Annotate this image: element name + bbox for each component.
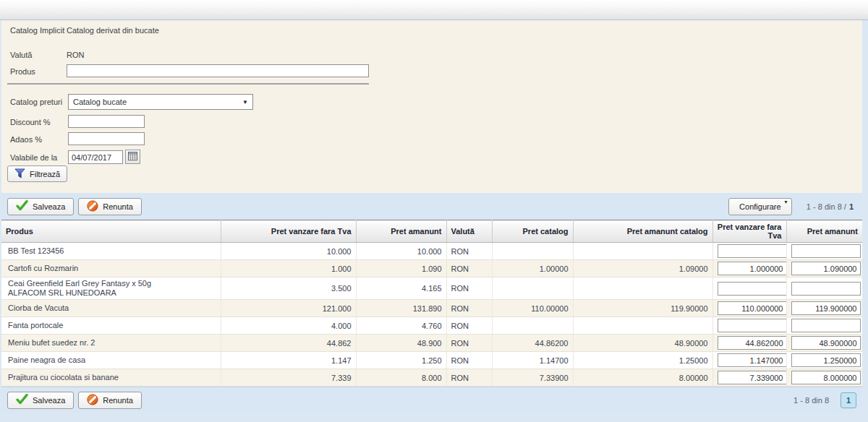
catalog-preturi-select[interactable]: Catalog bucate ▼ [68, 94, 253, 110]
filter-form-panel: Catalog Implicit Catalog derivat din buc… [1, 20, 862, 193]
price-grid: ProdusPret vanzare fara TvaPret amanuntV… [1, 220, 862, 387]
cancel-icon [87, 200, 98, 213]
window-content: Catalog Implicit Catalog derivat din buc… [1, 20, 862, 413]
column-header-produs[interactable]: Produs [1, 220, 221, 243]
filtreaza-button[interactable]: Filtrează [7, 165, 67, 182]
salveaza-button-top[interactable]: Salveaza [7, 198, 74, 215]
pret-amanunt-cell: 10.000 [356, 243, 446, 260]
edit-pret-amanunt-input[interactable] [791, 244, 861, 258]
price-catalog-window: Catalog Implicit Catalog derivat din buc… [0, 0, 868, 422]
edit-pret-vanzare-input[interactable] [718, 319, 787, 332]
edit-pret-vanzare-cell [712, 243, 786, 260]
catalog-implicit-label: Catalog Implicit [10, 25, 65, 36]
valabile-de-la-input[interactable] [68, 150, 123, 164]
page-number-button[interactable]: 1 [841, 392, 856, 408]
adaos-input[interactable] [68, 132, 145, 145]
table-row: Ciorba de Vacuta121.000131.890RON110.000… [1, 300, 862, 317]
edit-pret-amanunt-cell [786, 277, 862, 300]
pret-catalog-cell [492, 317, 573, 335]
edit-pret-amanunt-cell [786, 369, 862, 387]
column-header-pret-catalog[interactable]: Pret catalog [492, 220, 573, 243]
edit-pret-amanunt-input[interactable] [791, 282, 861, 296]
valuta-cell: RON [446, 352, 492, 369]
column-header-pret-vanzare-fara-tva[interactable]: Pret vanzare fara Tva [221, 220, 356, 243]
edit-pret-amanunt-input[interactable] [791, 262, 861, 275]
table-row: BB Test 12345610.00010.000RON [1, 243, 862, 260]
pret-vanzare-cell: 44.862 [221, 335, 356, 352]
valuta-label: Valută [10, 50, 65, 61]
table-row: Meniu bufet suedez nr. 244.86248.900RON4… [1, 335, 862, 352]
renunta-button-top[interactable]: Renunta [78, 198, 142, 215]
produs-cell: BB Test 123456 [1, 243, 221, 260]
product-name: Ceai Greenfield Earl Grey Fantasy x 50g [8, 279, 216, 288]
edit-pret-vanzare-cell [712, 260, 786, 277]
edit-pret-vanzare-cell [712, 277, 786, 300]
renunta-button-bottom[interactable]: Renunta [78, 392, 142, 409]
product-name: Meniu bufet suedez nr. 2 [8, 338, 216, 348]
pagination-range-top: 1 - 8 din 8 / [807, 202, 846, 211]
column-header-pret-amanunt-catalog[interactable]: Pret amanunt catalog [573, 220, 712, 243]
column-header-pret-amanunt[interactable]: Pret amanunt [786, 220, 862, 243]
pagination-summary-top: 1 - 8 din 8 /1 [807, 202, 854, 211]
column-header-valut-[interactable]: Valută [446, 220, 492, 243]
pret-vanzare-cell: 1.147 [221, 352, 356, 369]
edit-pret-vanzare-input[interactable] [718, 336, 787, 350]
price-table: ProdusPret vanzare fara TvaPret amanuntV… [1, 220, 862, 387]
configurare-button[interactable]: Configurare ▼ [728, 198, 792, 215]
edit-pret-vanzare-cell [712, 335, 786, 352]
product-name: Cartofi cu Rozmarin [8, 264, 216, 273]
edit-pret-vanzare-input[interactable] [718, 353, 787, 367]
edit-pret-vanzare-input[interactable] [718, 282, 787, 296]
edit-pret-vanzare-input[interactable] [718, 301, 787, 315]
pret-catalog-cell: 44.86200 [492, 335, 573, 352]
pret-catalog-cell: 7.33900 [492, 369, 573, 387]
table-row: Fanta portocale4.0004.760RON [1, 317, 862, 335]
salveaza-button-bottom[interactable]: Salveaza [7, 392, 74, 409]
pret-catalog-cell: 1.00000 [492, 260, 573, 277]
edit-pret-amanunt-input[interactable] [791, 353, 861, 367]
edit-pret-amanunt-input[interactable] [791, 301, 861, 315]
product-supplier: ALFACOM SRL HUNEDOARA [8, 288, 216, 298]
pret-vanzare-cell: 10.000 [221, 243, 356, 260]
salveaza-button-label: Salveaza [33, 202, 65, 211]
filter-funnel-icon [14, 168, 25, 180]
edit-pret-vanzare-input[interactable] [718, 262, 787, 275]
column-header-pret-amanunt[interactable]: Pret amanunt [356, 220, 446, 243]
edit-pret-amanunt-cell [786, 260, 862, 277]
configurare-dropdown-arrow-icon: ▼ [783, 199, 788, 204]
produs-cell: Fanta portocale [1, 317, 221, 335]
pret-catalog-cell: 1.14700 [492, 352, 573, 369]
produs-cell: Ceai Greenfield Earl Grey Fantasy x 50gA… [1, 277, 221, 300]
edit-pret-amanunt-cell [786, 317, 862, 335]
edit-pret-amanunt-input[interactable] [791, 336, 861, 350]
top-toolbar: Salveaza Renunta Configurare ▼ 1 - 8 din… [1, 193, 862, 220]
pret-vanzare-cell: 121.000 [221, 300, 356, 317]
calendar-picker-button[interactable] [125, 150, 140, 164]
edit-pret-vanzare-cell [712, 300, 786, 317]
produs-input[interactable] [67, 64, 369, 77]
edit-pret-vanzare-cell [712, 317, 786, 335]
pret-amanunt-cell: 1.250 [356, 352, 446, 369]
edit-pret-amanunt-input[interactable] [791, 371, 861, 384]
calendar-icon [128, 151, 137, 163]
pret-vanzare-cell: 7.339 [221, 369, 356, 387]
edit-pret-amanunt-cell [786, 352, 862, 369]
produs-cell: Meniu bufet suedez nr. 2 [1, 335, 221, 352]
edit-pret-vanzare-cell [712, 369, 786, 387]
select-dropdown-arrow-icon: ▼ [242, 99, 248, 106]
pret-amanunt-catalog-cell [573, 277, 712, 300]
save-check-icon [16, 200, 28, 212]
edit-pret-vanzare-input[interactable] [718, 244, 787, 258]
produs-cell: Ciorba de Vacuta [1, 300, 221, 317]
pret-amanunt-cell: 4.165 [356, 277, 446, 300]
column-header-pret-vanzare-fara-tva[interactable]: Pret vanzare fara Tva [712, 220, 786, 243]
catalog-preturi-label: Catalog preturi [10, 97, 65, 108]
edit-pret-amanunt-input[interactable] [791, 319, 861, 332]
grid-header-row: ProdusPret vanzare fara TvaPret amanuntV… [1, 220, 862, 243]
configurare-button-label: Configurare [739, 202, 780, 211]
table-row: Ceai Greenfield Earl Grey Fantasy x 50gA… [1, 277, 862, 300]
discount-input[interactable] [68, 115, 145, 128]
edit-pret-vanzare-input[interactable] [718, 371, 787, 384]
edit-pret-amanunt-cell [786, 300, 862, 317]
pret-amanunt-cell: 48.900 [356, 335, 446, 352]
